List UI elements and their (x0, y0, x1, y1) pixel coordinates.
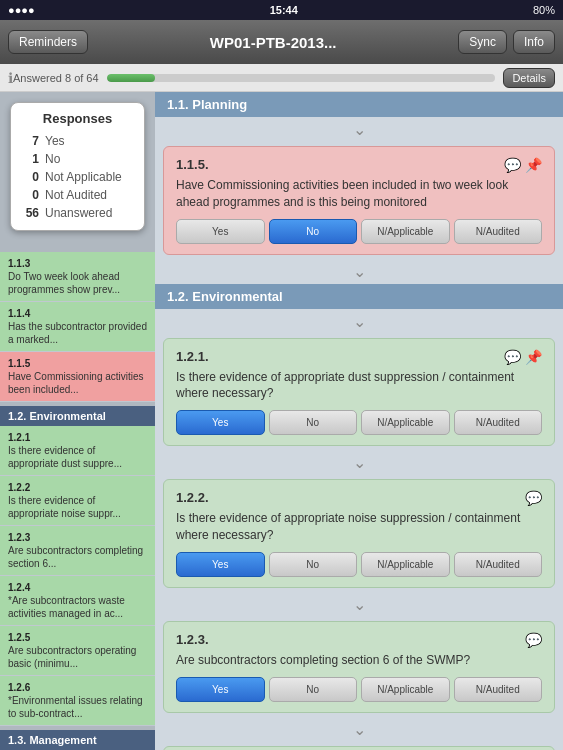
answer-no-121[interactable]: No (269, 410, 358, 435)
no-label: No (45, 152, 60, 166)
answer-na-121[interactable]: N/Applicable (361, 410, 450, 435)
sidebar-section-13: 1.3. Management (0, 730, 155, 750)
section-header-11-label: 1.1. Planning (167, 97, 247, 112)
response-row-yes: 7 Yes (19, 132, 136, 150)
question-num-121: 1.2.1. (176, 349, 209, 364)
question-icons-123: 💬 (525, 632, 542, 648)
response-row-naudited: 0 Not Audited (19, 186, 136, 204)
na-label: Not Applicable (45, 170, 122, 184)
status-time: 15:44 (270, 4, 298, 16)
sidebar-item-126[interactable]: 1.2.6 *Environmental issues relating to … (0, 676, 155, 726)
question-text-123: Are subcontractors completing section 6 … (176, 652, 542, 669)
sync-button[interactable]: Sync (458, 30, 507, 54)
response-row-na: 0 Not Applicable (19, 168, 136, 186)
chevron-row-4: ⌄ (155, 450, 563, 475)
question-card-122: 1.2.2. 💬 Is there evidence of appropriat… (163, 479, 555, 588)
no-count: 1 (19, 152, 39, 166)
comment-icon-122[interactable]: 💬 (525, 490, 542, 506)
question-num-122: 1.2.2. (176, 490, 209, 505)
question-header-121: 1.2.1. 💬 📌 (176, 349, 542, 365)
answer-yes-115[interactable]: Yes (176, 219, 265, 244)
question-text-115: Have Commissioning activities been inclu… (176, 177, 542, 211)
content-area: 1.1. Planning ⌄ 1.1.5. 💬 📌 Have Commissi… (155, 92, 563, 750)
chevron-row-6: ⌄ (155, 717, 563, 742)
section-header-12-label: 1.2. Environmental (167, 289, 283, 304)
question-card-124: 1.2.4. "Are subcontractors waste activit… (163, 746, 555, 750)
progress-fill (107, 74, 156, 82)
response-row-unanswered: 56 Unanswered (19, 204, 136, 222)
chevron-down-icon-4: ⌄ (353, 453, 366, 472)
answer-naudited-115[interactable]: N/Audited (454, 219, 543, 244)
chevron-row-2: ⌄ (155, 259, 563, 284)
answer-no-123[interactable]: No (269, 677, 358, 702)
unanswered-label: Unanswered (45, 206, 112, 220)
status-right: 80% (533, 4, 555, 16)
info-bar: ℹ Answered 8 of 64 Details (0, 64, 563, 92)
responses-title: Responses (19, 111, 136, 126)
question-card-115: 1.1.5. 💬 📌 Have Commissioning activities… (163, 146, 555, 255)
answer-na-123[interactable]: N/Applicable (361, 677, 450, 702)
nav-title: WP01-PTB-2013... (210, 34, 337, 51)
chevron-row-1: ⌄ (155, 117, 563, 142)
answer-naudited-122[interactable]: N/Audited (454, 552, 543, 577)
sidebar-item-113[interactable]: 1.1.3 Do Two week look ahead programmes … (0, 252, 155, 302)
chevron-row-5: ⌄ (155, 592, 563, 617)
sidebar-section-12: 1.2. Environmental (0, 406, 155, 426)
question-header-123: 1.2.3. 💬 (176, 632, 542, 648)
question-header-122: 1.2.2. 💬 (176, 490, 542, 506)
chevron-down-icon-6: ⌄ (353, 720, 366, 739)
responses-popup: Responses 7 Yes 1 No 0 Not Applicable 0 … (10, 102, 145, 231)
battery-label: 80% (533, 4, 555, 16)
yes-count: 7 (19, 134, 39, 148)
chevron-down-icon-5: ⌄ (353, 595, 366, 614)
info-button[interactable]: Info (513, 30, 555, 54)
answer-naudited-121[interactable]: N/Audited (454, 410, 543, 435)
main-container: Responses 7 Yes 1 No 0 Not Applicable 0 … (0, 92, 563, 750)
clip-icon-115[interactable]: 📌 (525, 157, 542, 173)
question-icons-122: 💬 (525, 490, 542, 506)
comment-icon-123[interactable]: 💬 (525, 632, 542, 648)
naudited-count: 0 (19, 188, 39, 202)
nav-bar: Reminders WP01-PTB-2013... Sync Info (0, 20, 563, 64)
answer-yes-123[interactable]: Yes (176, 677, 265, 702)
chevron-down-icon-2: ⌄ (353, 262, 366, 281)
unanswered-count: 56 (19, 206, 39, 220)
signal-icon: ●●●● (8, 4, 35, 16)
details-button[interactable]: Details (503, 68, 555, 88)
question-icons-121: 💬 📌 (504, 349, 542, 365)
question-text-121: Is there evidence of appropriate dust su… (176, 369, 542, 403)
chevron-row-3: ⌄ (155, 309, 563, 334)
sidebar-item-124[interactable]: 1.2.4 *Are subcontractors waste activiti… (0, 576, 155, 626)
answer-row-115: Yes No N/Applicable N/Audited (176, 219, 542, 244)
comment-icon-115[interactable]: 💬 (504, 157, 521, 173)
answer-yes-122[interactable]: Yes (176, 552, 265, 577)
comment-icon-121[interactable]: 💬 (504, 349, 521, 365)
answer-na-122[interactable]: N/Applicable (361, 552, 450, 577)
sidebar-item-123[interactable]: 1.2.3 Are subcontractors completing sect… (0, 526, 155, 576)
back-button[interactable]: Reminders (8, 30, 88, 54)
naudited-label: Not Audited (45, 188, 107, 202)
sidebar-items: 1.1.3 Do Two week look ahead programmes … (0, 252, 155, 750)
answer-row-123: Yes No N/Applicable N/Audited (176, 677, 542, 702)
answer-naudited-123[interactable]: N/Audited (454, 677, 543, 702)
chevron-down-icon-3: ⌄ (353, 312, 366, 331)
na-count: 0 (19, 170, 39, 184)
answer-yes-121[interactable]: Yes (176, 410, 265, 435)
sidebar: Responses 7 Yes 1 No 0 Not Applicable 0 … (0, 92, 155, 750)
nav-right-buttons: Sync Info (458, 30, 555, 54)
clip-icon-121[interactable]: 📌 (525, 349, 542, 365)
answered-text: Answered 8 of 64 (13, 72, 99, 84)
sidebar-item-114[interactable]: 1.1.4 Has the subcontractor provided a m… (0, 302, 155, 352)
sidebar-item-122[interactable]: 1.2.2 Is there evidence of appropriate n… (0, 476, 155, 526)
chevron-down-icon-1: ⌄ (353, 120, 366, 139)
sidebar-item-125[interactable]: 1.2.5 Are subcontractors operating basic… (0, 626, 155, 676)
section-header-11: 1.1. Planning (155, 92, 563, 117)
sidebar-item-121[interactable]: 1.2.1 Is there evidence of appropriate d… (0, 426, 155, 476)
answer-row-121: Yes No N/Applicable N/Audited (176, 410, 542, 435)
answer-no-115[interactable]: No (269, 219, 358, 244)
status-left: ●●●● (8, 4, 35, 16)
answer-na-115[interactable]: N/Applicable (361, 219, 450, 244)
status-bar: ●●●● 15:44 80% (0, 0, 563, 20)
answer-no-122[interactable]: No (269, 552, 358, 577)
sidebar-item-115[interactable]: 1.1.5 Have Commissioning activities been… (0, 352, 155, 402)
